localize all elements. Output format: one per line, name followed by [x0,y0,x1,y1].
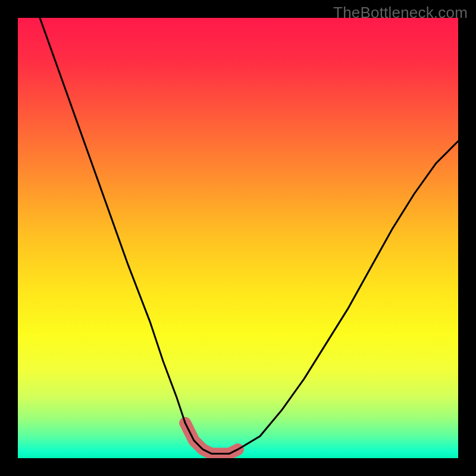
chart-background [18,18,458,458]
watermark-text: TheBottleneck.com [333,4,468,22]
bottleneck-chart-svg [18,18,458,458]
plot-area [18,18,458,458]
chart-frame: TheBottleneck.com [0,0,476,476]
